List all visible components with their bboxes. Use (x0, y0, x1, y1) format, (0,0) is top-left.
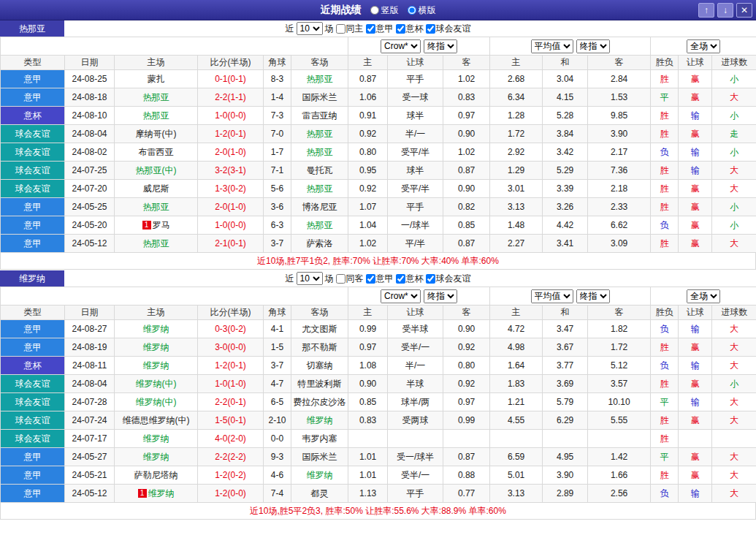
odds-stage-select[interactable]: 终指 (424, 289, 457, 303)
euro-source-select[interactable]: 平均值 (531, 39, 573, 53)
league-filter[interactable]: 意甲 (366, 23, 394, 35)
league-checkbox[interactable] (366, 24, 375, 34)
away-team-cell[interactable]: 费拉尔皮沙洛 (291, 393, 348, 411)
home-team-cell[interactable]: 1维罗纳 (115, 485, 198, 503)
date-cell: 24-05-20 (65, 216, 115, 235)
away-team-cell[interactable]: 热那亚 (291, 216, 348, 235)
home-team-cell[interactable]: 维罗纳(中) (115, 375, 198, 393)
league-checkbox[interactable] (426, 274, 435, 284)
match-count-select[interactable]: 10 (297, 272, 323, 285)
home-team-cell[interactable]: 蒙扎 (115, 70, 198, 88)
team-name: 维德思维罗纳(中) (123, 415, 190, 425)
euro-stage-select[interactable]: 终指 (576, 289, 610, 303)
away-team-cell[interactable]: 热那亚 (291, 143, 348, 162)
goals-result-cell: 大 (712, 448, 756, 466)
away-team-cell[interactable]: 切塞纳 (291, 357, 348, 375)
home-team-cell[interactable]: 摩纳哥(中) (115, 125, 198, 143)
date-cell: 24-07-17 (65, 430, 115, 448)
same-venue-checkbox[interactable] (336, 274, 345, 284)
league-type-cell: 意甲 (1, 338, 65, 357)
away-team-cell[interactable]: 特里波利斯 (291, 375, 348, 393)
league-filter[interactable]: 意甲 (366, 273, 394, 285)
away-team-cell[interactable]: 那不勒斯 (291, 338, 348, 357)
away-team-cell[interactable]: 热那亚 (291, 125, 348, 143)
outcome-result-cell: 胜 (651, 375, 679, 393)
home-team-cell[interactable]: 维德思维罗纳(中) (115, 411, 198, 430)
outcome-result-cell: 负 (651, 357, 679, 375)
corners-cell: 3-7 (264, 357, 291, 375)
version-radio[interactable]: 竖版 (370, 4, 399, 17)
version-radio-input[interactable] (408, 6, 416, 15)
away-team-cell[interactable]: 曼托瓦 (291, 162, 348, 180)
home-team-cell[interactable]: 1罗马 (115, 216, 198, 235)
away-team-cell[interactable]: 尤文图斯 (291, 320, 348, 338)
league-checkbox[interactable] (396, 24, 405, 34)
handicap-away-odds-cell: 0.87 (443, 162, 490, 180)
same-venue-filter[interactable]: 同主 (336, 23, 364, 35)
home-team-cell[interactable]: 维罗纳 (115, 448, 198, 466)
away-team-cell[interactable]: 维罗纳 (291, 466, 348, 485)
home-team-cell[interactable]: 维罗纳 (115, 338, 198, 357)
scroll-down-button[interactable]: ↓ (717, 3, 733, 18)
away-team-cell[interactable]: 韦罗内塞 (291, 430, 348, 448)
scroll-up-button[interactable]: ↑ (698, 3, 714, 18)
home-team-cell[interactable]: 维罗纳 (115, 430, 198, 448)
away-team-cell[interactable]: 维罗纳 (291, 411, 348, 430)
match-count-select[interactable]: 10 (297, 22, 323, 35)
away-team-cell[interactable]: 热那亚 (291, 180, 348, 198)
euro-draw-odds-cell: 3.04 (543, 70, 588, 88)
home-team-cell[interactable]: 萨勒尼塔纳 (115, 466, 198, 485)
date-cell: 24-08-25 (65, 70, 115, 88)
league-type-cell: 意甲 (1, 70, 65, 88)
home-team-cell[interactable]: 维罗纳(中) (115, 393, 198, 411)
euro-home-odds-cell: 3.13 (490, 485, 543, 503)
same-venue-filter[interactable]: 同客 (336, 273, 364, 285)
table-row: 球会友谊24-07-28维罗纳(中)2-2(0-1)6-5费拉尔皮沙洛0.85球… (1, 393, 756, 411)
league-type-cell: 球会友谊 (1, 180, 65, 198)
home-team-cell[interactable]: 布雷西亚 (115, 143, 198, 162)
home-team-cell[interactable]: 热那亚 (115, 235, 198, 253)
handicap-away-odds-cell: 0.99 (443, 411, 490, 430)
home-team-cell[interactable]: 热那亚 (115, 88, 198, 107)
bookmaker-select[interactable]: Crow* (381, 39, 421, 53)
home-team-cell[interactable]: 热那亚 (115, 107, 198, 125)
away-team-cell[interactable]: 国际米兰 (291, 448, 348, 466)
away-team-cell[interactable]: 都灵 (291, 485, 348, 503)
league-filter[interactable]: 球会友谊 (426, 273, 471, 285)
close-button[interactable]: ✕ (736, 3, 752, 18)
league-filter[interactable]: 意杯 (396, 273, 424, 285)
table-row: 意甲24-05-201罗马1-0(0-0)6-3热那亚1.04一/球半0.851… (1, 216, 756, 235)
league-filter[interactable]: 意杯 (396, 23, 424, 35)
away-team-cell[interactable]: 热那亚 (291, 70, 348, 88)
scope-select[interactable]: 全场 (687, 289, 720, 303)
league-checkbox[interactable] (426, 24, 435, 34)
euro-source-select[interactable]: 平均值 (531, 289, 573, 303)
league-checkbox[interactable] (366, 274, 375, 284)
team-name-tab: 热那亚 (0, 20, 64, 37)
handicap-home-odds-cell: 1.06 (348, 88, 388, 107)
home-team-cell[interactable]: 维罗纳 (115, 320, 198, 338)
home-team-cell[interactable]: 威尼斯 (115, 180, 198, 198)
away-team-cell[interactable]: 雷吉亚纳 (291, 107, 348, 125)
home-team-cell[interactable]: 维罗纳 (115, 357, 198, 375)
home-team-cell[interactable]: 热那亚(中) (115, 162, 198, 180)
away-team-cell[interactable]: 国际米兰 (291, 88, 348, 107)
version-radio-label: 竖版 (381, 4, 399, 17)
version-radio-input[interactable] (370, 6, 379, 15)
odds-stage-select[interactable]: 终指 (424, 39, 457, 53)
version-radio[interactable]: 横版 (408, 4, 436, 17)
euro-draw-odds-cell: 5.29 (543, 162, 588, 180)
team-name: 都灵 (311, 488, 329, 498)
handicap-line-cell: 受半球 (388, 320, 443, 338)
league-checkbox[interactable] (396, 274, 405, 284)
same-venue-checkbox[interactable] (336, 24, 345, 34)
euro-draw-odds-cell: 6.29 (543, 411, 588, 430)
home-team-cell[interactable]: 热那亚 (115, 198, 198, 216)
scope-select[interactable]: 全场 (687, 39, 720, 53)
away-team-cell[interactable]: 萨索洛 (291, 235, 348, 253)
league-label: 球会友谊 (436, 273, 471, 285)
euro-stage-select[interactable]: 终指 (576, 39, 610, 53)
bookmaker-select[interactable]: Crow* (381, 289, 421, 303)
away-team-cell[interactable]: 博洛尼亚 (291, 198, 348, 216)
league-filter[interactable]: 球会友谊 (426, 23, 471, 35)
